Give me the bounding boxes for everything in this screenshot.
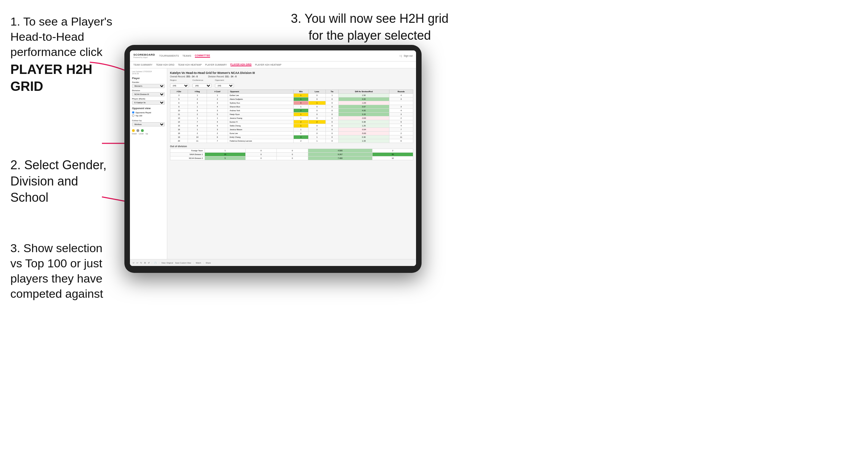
cell-reg: 1	[188, 105, 207, 109]
ood-team: Foreign Team	[170, 149, 205, 153]
cell-div: 16	[170, 128, 188, 132]
cell-tie: 0	[326, 109, 338, 113]
col-win: Win	[293, 90, 308, 94]
last-updated: Last Updated: 27/03/2024 16:55:38	[132, 70, 165, 75]
cell-reg: 2	[188, 132, 207, 135]
undo2-btn[interactable]: ↻	[140, 262, 142, 264]
cell-opponent: Heejo Hyun	[228, 113, 293, 116]
ood-team: NCAA Division 2	[170, 156, 205, 160]
cell-rounds: 3	[389, 105, 413, 109]
sub-nav-player-h2h-grid[interactable]: PLAYER H2H GRID	[230, 63, 252, 66]
player-rank-select[interactable]: 8. Katelyn Vo	[132, 101, 165, 105]
cell-diff: -1.00	[339, 101, 389, 105]
h2h-table: # Div # Reg # Conf Opponent Win Loss Tie…	[170, 89, 413, 143]
refresh-btn[interactable]: ↺	[148, 262, 150, 264]
legend-down: Down	[132, 133, 137, 135]
out-of-division-title: Out of division	[170, 145, 413, 147]
save-custom-view[interactable]: Save Custom View	[175, 262, 191, 264]
cell-diff: 0.38	[339, 120, 389, 124]
cell-tie: 0	[326, 128, 338, 132]
out-of-division-table: Foreign Team 1 0 0 4.500 2 NAIA Division…	[170, 149, 413, 160]
cell-loss: 0	[308, 105, 326, 109]
col-loss: Loss	[308, 90, 326, 94]
clock-btn[interactable]: 🕐	[154, 262, 157, 264]
cell-conf: 4	[207, 120, 228, 124]
cell-tie: 0	[326, 116, 338, 120]
ood-loss: 0	[245, 153, 276, 156]
cell-win: 0	[293, 132, 308, 135]
sub-nav-team-h2h-grid[interactable]: TEAM H2H GRID	[156, 64, 174, 66]
cell-reg: 8	[188, 124, 207, 128]
cell-reg: 1	[188, 94, 207, 97]
view-original[interactable]: View: Original	[161, 262, 173, 264]
cell-loss: 1	[308, 101, 326, 105]
cell-tie: 0	[326, 135, 338, 139]
cell-opponent: Jessica Huang	[228, 116, 293, 120]
gender-select[interactable]: Women's	[132, 84, 165, 88]
ood-loss: 0	[245, 149, 276, 153]
cell-win: 4	[293, 135, 308, 139]
cell-opponent: Emily Chang	[228, 135, 293, 139]
cell-rounds: 2	[389, 116, 413, 120]
cell-div: 10	[170, 109, 188, 113]
sub-nav-player-heatmap[interactable]: PLAYER H2H HEATMAP	[255, 64, 281, 66]
sub-nav-team-heatmap[interactable]: TEAM H2H HEATMAP	[178, 64, 202, 66]
settings-btn[interactable]: ⚙	[144, 262, 146, 264]
redo-btn[interactable]: ↩	[136, 262, 138, 264]
cell-reg: 2	[188, 97, 207, 101]
conference-filter-select[interactable]: (All)	[192, 84, 211, 88]
sub-nav-team-summary[interactable]: TEAM SUMMARY	[133, 64, 152, 66]
col-diff: Diff Av Strokes/Rnd	[339, 90, 389, 94]
cell-loss: 1	[308, 139, 326, 143]
cell-loss: 0	[308, 113, 326, 116]
division-field-group: Division NCAA Division III	[132, 89, 165, 96]
instruction-top-right: 3. You will now see H2H grid for the pla…	[283, 3, 456, 44]
cell-loss: 2	[308, 120, 326, 124]
sub-nav-player-summary[interactable]: PLAYER SUMMARY	[205, 64, 227, 66]
division-record-value: 331 - 34 - 6	[225, 75, 236, 78]
ood-diff: 7.400	[308, 156, 372, 160]
cell-rounds: 3	[389, 97, 413, 101]
nav-tournaments[interactable]: TOURNAMENTS	[159, 55, 179, 57]
region-filter-label: Region	[170, 79, 189, 81]
watch-btn[interactable]: Watch	[196, 262, 201, 264]
cell-opponent: Sydney Kuo	[228, 101, 293, 105]
cell-reg: 6	[188, 109, 207, 113]
region-filter-select[interactable]: (All)	[170, 84, 189, 88]
cell-rounds: 4	[389, 109, 413, 113]
cell-conf: 3	[207, 101, 228, 105]
sign-out-link[interactable]: Sign out	[404, 55, 413, 57]
right-panel: Katelyn Vo Head-to-Head Grid for Women's…	[167, 68, 416, 259]
ood-tie: 0	[277, 149, 308, 153]
nav-committee[interactable]: COMMITTEE	[195, 54, 210, 58]
cell-win: 1	[293, 116, 308, 120]
dot-level	[136, 129, 139, 132]
cell-win: 2	[293, 120, 308, 124]
cell-rounds: 6	[389, 139, 413, 143]
cell-tie: 0	[326, 105, 338, 109]
logo: SCOREBOARD Powered by clippd	[133, 53, 155, 58]
cell-conf: 7	[207, 139, 228, 143]
opponent-filter-select[interactable]: (All)	[215, 84, 234, 88]
step2-text: 2. Select Gender, Division and School	[10, 157, 114, 206]
cell-conf: 2	[207, 97, 228, 101]
colour-by-select[interactable]: Win/loss	[132, 122, 165, 126]
cell-rounds: 3	[389, 113, 413, 116]
cell-loss: 0	[308, 124, 326, 128]
top100-radio[interactable]: Top 100	[132, 114, 165, 117]
nav-teams[interactable]: TEAMS	[182, 55, 191, 57]
overall-record-label: Overall Record:	[170, 75, 186, 78]
division-select[interactable]: NCAA Division III	[132, 92, 165, 96]
cell-win: 1	[293, 124, 308, 128]
instruction-step2: 2. Select Gender, Division and School	[10, 157, 114, 206]
undo-btn[interactable]: ↩	[133, 262, 134, 264]
opponents-played-radio[interactable]: Opponents Played	[132, 111, 165, 114]
col-reg: # Reg	[188, 90, 207, 94]
filter-row: Region (All) Conference (All) Opponent (…	[170, 79, 413, 88]
cell-div: 6	[170, 101, 188, 105]
cell-loss: 0	[308, 94, 326, 97]
ood-diff: 9.267	[308, 153, 372, 156]
cell-diff: -3.00	[339, 116, 389, 120]
cell-tie: 0	[326, 124, 338, 128]
share-btn[interactable]: Share	[206, 262, 211, 264]
